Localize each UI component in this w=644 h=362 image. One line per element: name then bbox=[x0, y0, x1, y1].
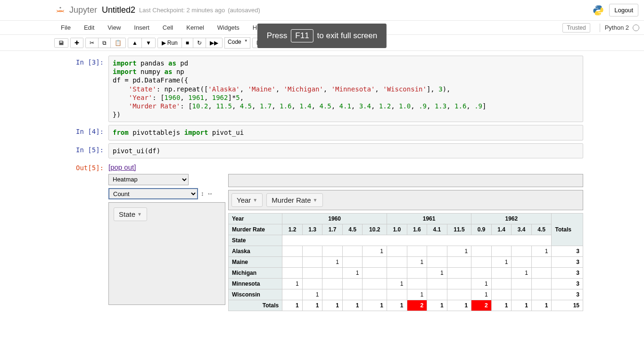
cell bbox=[427, 289, 447, 300]
rate-col: 3.4 bbox=[512, 224, 532, 235]
state-row: Michigan bbox=[229, 267, 282, 278]
cell bbox=[491, 246, 512, 256]
rate-col: 1.4 bbox=[491, 224, 512, 235]
field-murder-rate[interactable]: Murder Rate▼ bbox=[266, 193, 322, 207]
grand-total: 15 bbox=[552, 300, 583, 311]
paste-button[interactable]: 📋 bbox=[111, 38, 125, 48]
field-year[interactable]: Year▼ bbox=[231, 193, 263, 207]
cell bbox=[447, 267, 471, 278]
jupyter-icon bbox=[54, 4, 66, 16]
rate-col: 1.2 bbox=[282, 224, 303, 235]
cell bbox=[447, 256, 471, 267]
jupyter-logo[interactable]: Jupyter bbox=[54, 4, 97, 16]
cell bbox=[407, 246, 427, 256]
menu-insert[interactable]: Insert bbox=[127, 24, 156, 31]
field-state[interactable]: State▼ bbox=[114, 207, 147, 221]
cell bbox=[322, 289, 343, 300]
cell bbox=[342, 256, 363, 267]
cell bbox=[282, 256, 303, 267]
add-cell-button[interactable]: ✚ bbox=[71, 38, 83, 48]
rate-col: 1.6 bbox=[407, 224, 427, 235]
kernel-status-icon bbox=[633, 25, 639, 31]
code-input[interactable]: import pandas as pd import numpy as np d… bbox=[108, 56, 583, 122]
cell: 1 bbox=[322, 256, 343, 267]
cell: 1 bbox=[342, 267, 363, 278]
cell: 1 bbox=[471, 289, 492, 300]
in-prompt: In [5]: bbox=[54, 143, 108, 158]
col-total: 2 bbox=[471, 300, 492, 311]
cell bbox=[282, 267, 303, 278]
state-row: Maine bbox=[229, 256, 282, 267]
output-cell: Out[5]: [pop out] Heatmap Count ↕ ↔ Stat… bbox=[54, 161, 583, 311]
autosaved-text: (autosaved) bbox=[228, 7, 260, 14]
cell bbox=[427, 278, 447, 289]
col-total: 1 bbox=[531, 300, 552, 311]
col-total: 1 bbox=[363, 300, 387, 311]
rate-col: 11.5 bbox=[447, 224, 471, 235]
cell bbox=[363, 267, 387, 278]
rate-col: 1.3 bbox=[302, 224, 322, 235]
code-cell[interactable]: In [4]: from pivottablejs import pivot_u… bbox=[54, 125, 583, 140]
cell bbox=[302, 246, 322, 256]
col-fields-zone[interactable]: Year▼ Murder Rate▼ bbox=[228, 190, 583, 210]
code-cell[interactable]: In [3]: import pandas as pd import numpy… bbox=[54, 56, 583, 122]
cell bbox=[387, 267, 407, 278]
swap-cols-icon[interactable]: ↔ bbox=[207, 190, 213, 197]
menu-file[interactable]: File bbox=[54, 24, 77, 31]
year-col: 1962 bbox=[471, 213, 552, 224]
cell bbox=[491, 267, 512, 278]
cell bbox=[512, 256, 532, 267]
col-total: 2 bbox=[407, 300, 427, 311]
trusted-badge[interactable]: Trusted bbox=[562, 23, 590, 33]
copy-button[interactable]: ⧉ bbox=[99, 38, 111, 48]
cell bbox=[407, 278, 427, 289]
restart-button[interactable]: ↻ bbox=[193, 38, 206, 48]
notebook-title[interactable]: Untitled2 bbox=[102, 5, 135, 15]
cell bbox=[447, 289, 471, 300]
cell bbox=[282, 289, 303, 300]
cell bbox=[447, 278, 471, 289]
run-button[interactable]: ▶ Run bbox=[158, 38, 182, 48]
logo-text: Jupyter bbox=[69, 5, 97, 15]
kernel-name[interactable]: Python 2 bbox=[605, 24, 629, 31]
menu-edit[interactable]: Edit bbox=[77, 24, 101, 31]
cell: 1 bbox=[531, 246, 552, 256]
col-total: 1 bbox=[342, 300, 363, 311]
cell: 1 bbox=[302, 289, 322, 300]
cell bbox=[471, 267, 492, 278]
menu-widgets[interactable]: Widgets bbox=[211, 24, 246, 31]
cut-button[interactable]: ✂ bbox=[86, 38, 99, 48]
swap-rows-icon[interactable]: ↕ bbox=[201, 190, 204, 197]
col-total: 1 bbox=[387, 300, 407, 311]
cell-type-select[interactable]: Code bbox=[224, 37, 250, 49]
aggregator-select[interactable]: Count bbox=[108, 188, 198, 199]
cell bbox=[491, 278, 512, 289]
row-total: 3 bbox=[552, 278, 583, 289]
cell: 1 bbox=[491, 256, 512, 267]
logout-button[interactable]: Logout bbox=[609, 4, 638, 16]
move-down-button[interactable]: ▼ bbox=[142, 38, 155, 48]
code-input[interactable]: pivot_ui(df) bbox=[108, 143, 583, 158]
menu-kernel[interactable]: Kernel bbox=[180, 24, 211, 31]
cell bbox=[387, 246, 407, 256]
menu-cell[interactable]: Cell bbox=[156, 24, 180, 31]
unused-fields-zone[interactable] bbox=[228, 174, 583, 187]
cell bbox=[531, 256, 552, 267]
rate-col: 4.1 bbox=[427, 224, 447, 235]
f11-key: F11 bbox=[291, 29, 313, 42]
popout-link[interactable]: [pop out] bbox=[108, 163, 136, 171]
cell bbox=[302, 278, 322, 289]
cell: 1 bbox=[282, 278, 303, 289]
row-total: 3 bbox=[552, 289, 583, 300]
code-input[interactable]: from pivottablejs import pivot_ui bbox=[108, 125, 583, 140]
renderer-select[interactable]: Heatmap bbox=[108, 174, 189, 185]
interrupt-button[interactable]: ■ bbox=[182, 38, 193, 48]
cell bbox=[342, 246, 363, 256]
move-up-button[interactable]: ▲ bbox=[128, 38, 142, 48]
restart-run-button[interactable]: ▶▶ bbox=[206, 38, 222, 48]
menu-view[interactable]: View bbox=[101, 24, 127, 31]
code-cell[interactable]: In [5]: pivot_ui(df) bbox=[54, 143, 583, 158]
save-button[interactable] bbox=[55, 39, 68, 47]
cell bbox=[342, 289, 363, 300]
row-fields-zone[interactable]: State▼ bbox=[108, 202, 225, 305]
